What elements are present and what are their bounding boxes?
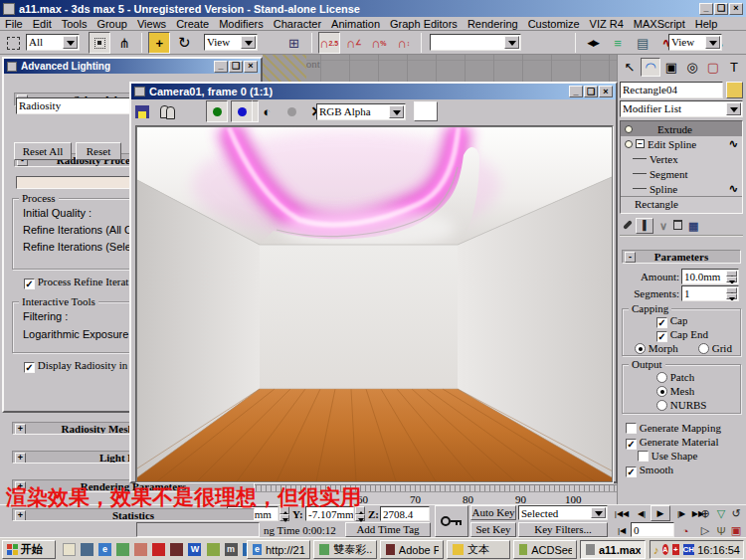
object-color-swatch[interactable] [726,82,743,98]
taskbar-button-acdsee[interactable]: ACDSee ... [513,540,577,559]
angle-snap-icon[interactable]: ∩∠ [343,32,365,54]
quicklaunch-icon-5[interactable] [134,543,147,556]
smooth-checkbox[interactable]: ✓ Smooth [626,464,745,477]
dropdown-arrow-icon[interactable] [705,36,720,49]
input-language-icon[interactable]: CH [683,544,695,555]
window-crossing-icon[interactable] [89,32,110,54]
menu-customize[interactable]: Customize [523,18,585,30]
object-name-field[interactable]: Rectangle04 [620,82,723,98]
menu-rendering[interactable]: Rendering [463,18,523,30]
mesh-radio[interactable]: Mesh [656,385,694,397]
snap-toggle-icon[interactable]: ∩2.5 [318,32,340,54]
quicklaunch-icon-2[interactable] [81,543,93,556]
configure-modifier-sets-icon[interactable]: ▦ [688,220,698,233]
previous-frame-icon[interactable]: ◀| [633,506,651,521]
checkbox-checked-icon[interactable]: ✓ [656,317,667,328]
make-unique-icon[interactable]: ∨ [659,220,667,233]
parameters-rollout[interactable]: - Parameters [622,250,741,264]
dropdown-arrow-icon[interactable] [591,507,606,518]
show-end-result-icon[interactable]: ∥ [636,218,653,234]
tab-create-icon[interactable]: ↖ [620,58,640,77]
generate-mapping-checkbox[interactable]: Generate Mapping [626,422,745,434]
remove-modifier-icon[interactable] [673,220,682,232]
layer-manager-icon[interactable]: ▤ [632,32,653,54]
menu-modifiers[interactable]: Modifiers [214,18,269,30]
menu-edit[interactable]: Edit [28,18,57,30]
radio-icon[interactable] [698,343,709,354]
volume-tray-icon[interactable]: ♪ [653,544,659,556]
time-configuration-icon[interactable]: ◔ [676,523,694,538]
maximize-button[interactable]: ❑ [229,61,243,73]
add-time-tag-button[interactable]: Add Time Tag [345,522,431,537]
tab-utilities-icon[interactable]: T [724,58,744,77]
quicklaunch-icon-6[interactable] [152,543,165,556]
next-frame-icon[interactable]: |▶ [672,506,690,521]
named-selection-dropdown[interactable] [430,34,521,51]
dropdown-arrow-icon[interactable] [241,36,256,49]
checkbox-icon[interactable] [626,423,637,434]
cap-checkbox[interactable]: ✓ Cap [656,314,687,328]
use-shape-checkbox[interactable]: Use Shape [638,450,745,462]
quicklaunch-icon-4[interactable] [116,543,129,556]
menu-group[interactable]: Group [92,18,132,30]
segments-field[interactable]: 1 [681,285,739,301]
grid-radio[interactable]: Grid [698,342,738,354]
quicklaunch-icon-10[interactable]: m [225,543,238,556]
go-to-start-icon[interactable]: |◀◀ [613,506,631,521]
cap-end-checkbox[interactable]: ✓ Cap End [656,328,736,342]
quicklaunch-icon-8[interactable]: W [188,543,201,556]
menu-views[interactable]: Views [132,18,171,30]
key-filters-button[interactable]: Key Filters... [518,522,608,537]
menu-character[interactable]: Character [269,18,326,30]
stack-item-vertex[interactable]: Vertex [621,151,742,166]
modifier-list-dropdown[interactable]: Modifier List [620,100,743,117]
percent-snap-icon[interactable]: ∩% [368,32,390,54]
quicklaunch-icon-9[interactable] [207,543,220,556]
quicklaunch-icon-3[interactable]: e [98,543,111,556]
checkbox-checked-icon[interactable]: ✓ [626,439,637,450]
tab-hierarchy-icon[interactable]: ▣ [661,58,681,77]
ati-tray-icon[interactable]: A [662,544,669,555]
z-coordinate-field[interactable]: 2708.4 [380,506,430,521]
pin-stack-icon[interactable] [626,220,630,232]
alpha-channel-icon[interactable] [280,100,302,122]
menu-viz-r4[interactable]: VIZ R4 [585,18,629,30]
stack-item-rectangle[interactable]: Rectangle [621,196,742,211]
select-move-icon[interactable]: + [148,32,170,54]
collapse-icon[interactable]: - [625,252,636,263]
checkbox-checked-icon[interactable]: ✓ [24,362,35,373]
render-type-dropdown[interactable]: View [668,34,722,51]
quicklaunch-icon-7[interactable] [170,543,183,556]
selection-filter-dropdown[interactable]: All [26,34,80,51]
checkbox-checked-icon[interactable]: ✓ [656,331,667,342]
save-bitmap-icon[interactable] [131,100,153,122]
collapse-tree-icon[interactable]: − [636,139,645,148]
nurbs-radio[interactable]: NURBS [656,399,706,411]
stack-item-edit-spline[interactable]: − Edit Spline ∿ [621,136,742,151]
play-button-icon[interactable]: ▶ [651,505,670,521]
dropdown-arrow-icon[interactable] [389,105,404,118]
channel-display-dropdown[interactable]: RGB Alpha [316,103,406,120]
align-icon[interactable]: ≡ [607,32,629,54]
bulb-icon[interactable] [625,125,633,133]
minimize-button[interactable]: _ [699,3,713,15]
reference-coordinate-dropdown[interactable]: View [204,34,258,51]
spinner-snap-icon[interactable]: ∩↕ [393,32,415,54]
clone-rendered-frame-icon[interactable] [156,100,178,122]
close-button[interactable]: × [244,61,258,73]
auto-key-button[interactable]: Auto Key [470,505,516,520]
taskbar-button-adobe[interactable]: Adobe P... [380,540,444,559]
taskbar-button-3dsmax[interactable]: a11.max... [580,540,646,559]
green-channel-icon[interactable] [206,100,228,122]
taskbar-button-folder[interactable]: 文本 [447,540,510,559]
current-frame-field[interactable]: 0 [631,522,674,537]
stack-item-spline[interactable]: Spline ∿ [621,181,742,196]
radio-selected-icon[interactable] [656,386,667,397]
tab-motion-icon[interactable]: ◎ [682,58,702,77]
bulb-icon[interactable] [625,140,633,148]
reset-button[interactable]: Reset [76,142,121,160]
amount-field[interactable]: 10.0mm [681,269,739,284]
front-viewport[interactable]: Front [263,55,617,85]
close-button[interactable]: × [599,86,613,97]
start-button[interactable]: 开始 [2,540,56,559]
